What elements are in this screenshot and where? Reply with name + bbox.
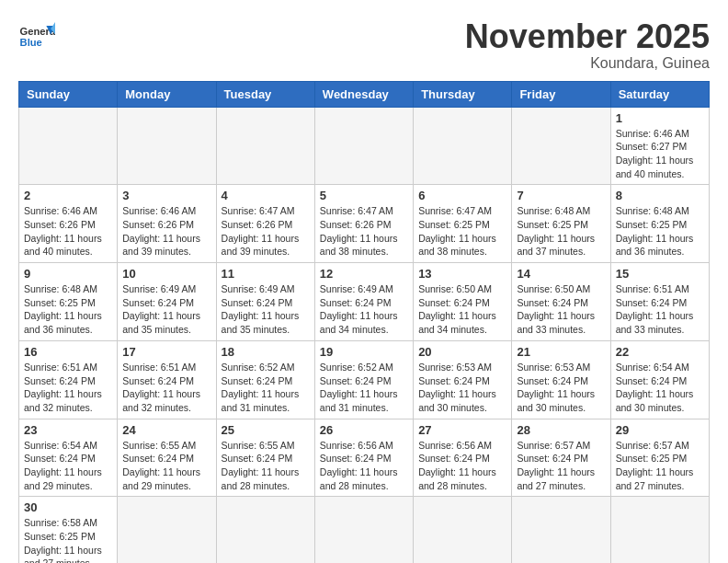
calendar-cell: [314, 107, 413, 185]
calendar-cell: 10Sunrise: 6:49 AM Sunset: 6:24 PM Dayli…: [118, 263, 216, 341]
calendar-table: SundayMondayTuesdayWednesdayThursdayFrid…: [18, 81, 710, 563]
day-number: 11: [222, 267, 310, 281]
calendar-cell: 13Sunrise: 6:50 AM Sunset: 6:24 PM Dayli…: [414, 263, 512, 341]
day-number: 23: [24, 423, 112, 437]
day-number: 16: [24, 345, 112, 359]
header-day-sunday: Sunday: [19, 81, 118, 107]
day-info: Sunrise: 6:53 AM Sunset: 6:24 PM Dayligh…: [418, 361, 506, 415]
week-row-4: 16Sunrise: 6:51 AM Sunset: 6:24 PM Dayli…: [19, 340, 710, 419]
day-info: Sunrise: 6:54 AM Sunset: 6:24 PM Dayligh…: [24, 439, 112, 493]
day-info: Sunrise: 6:47 AM Sunset: 6:26 PM Dayligh…: [320, 204, 408, 259]
svg-text:Blue: Blue: [20, 37, 42, 48]
day-number: 13: [418, 267, 506, 281]
calendar-cell: 9Sunrise: 6:48 AM Sunset: 6:25 PM Daylig…: [19, 263, 118, 341]
calendar-cell: 24Sunrise: 6:55 AM Sunset: 6:24 PM Dayli…: [118, 419, 216, 497]
week-row-3: 9Sunrise: 6:48 AM Sunset: 6:25 PM Daylig…: [19, 263, 710, 341]
location-title: Koundara, Guinea: [465, 55, 710, 72]
calendar-cell: 8Sunrise: 6:48 AM Sunset: 6:25 PM Daylig…: [610, 185, 709, 263]
day-info: Sunrise: 6:51 AM Sunset: 6:24 PM Dayligh…: [24, 361, 112, 415]
day-number: 15: [616, 267, 704, 281]
day-info: Sunrise: 6:47 AM Sunset: 6:25 PM Dayligh…: [418, 204, 506, 259]
day-info: Sunrise: 6:52 AM Sunset: 6:24 PM Dayligh…: [320, 361, 408, 415]
day-number: 20: [418, 345, 506, 359]
calendar-cell: [118, 497, 216, 563]
day-number: 14: [517, 267, 605, 281]
title-section: November 2025 Koundara, Guinea: [465, 18, 710, 72]
day-number: 1: [616, 111, 704, 125]
day-info: Sunrise: 6:56 AM Sunset: 6:24 PM Dayligh…: [418, 439, 506, 493]
week-row-1: 1Sunrise: 6:46 AM Sunset: 6:27 PM Daylig…: [19, 107, 710, 185]
calendar-cell: 22Sunrise: 6:54 AM Sunset: 6:24 PM Dayli…: [610, 340, 709, 419]
calendar-cell: [216, 107, 314, 185]
day-info: Sunrise: 6:51 AM Sunset: 6:24 PM Dayligh…: [122, 361, 210, 415]
day-info: Sunrise: 6:46 AM Sunset: 6:27 PM Dayligh…: [616, 127, 704, 181]
day-number: 4: [222, 189, 310, 202]
day-info: Sunrise: 6:55 AM Sunset: 6:24 PM Dayligh…: [222, 439, 310, 493]
day-number: 30: [24, 500, 112, 514]
day-number: 10: [122, 267, 210, 281]
calendar-cell: [414, 497, 512, 563]
calendar-cell: [414, 107, 512, 185]
calendar-cell: 6Sunrise: 6:47 AM Sunset: 6:25 PM Daylig…: [414, 185, 512, 263]
day-info: Sunrise: 6:57 AM Sunset: 6:25 PM Dayligh…: [616, 439, 704, 493]
day-info: Sunrise: 6:46 AM Sunset: 6:26 PM Dayligh…: [24, 204, 112, 259]
header-day-tuesday: Tuesday: [216, 81, 314, 107]
header-day-monday: Monday: [118, 81, 216, 107]
day-number: 21: [517, 345, 605, 359]
calendar-cell: 25Sunrise: 6:55 AM Sunset: 6:24 PM Dayli…: [216, 419, 314, 497]
calendar-cell: 7Sunrise: 6:48 AM Sunset: 6:25 PM Daylig…: [512, 185, 610, 263]
calendar-cell: 27Sunrise: 6:56 AM Sunset: 6:24 PM Dayli…: [414, 419, 512, 497]
header-day-saturday: Saturday: [610, 81, 709, 107]
day-info: Sunrise: 6:50 AM Sunset: 6:24 PM Dayligh…: [517, 282, 605, 337]
day-number: 2: [24, 189, 112, 202]
calendar-cell: [314, 497, 413, 563]
day-info: Sunrise: 6:56 AM Sunset: 6:24 PM Dayligh…: [320, 439, 408, 493]
page-header: General Blue November 2025 Koundara, Gui…: [18, 18, 710, 72]
calendar-cell: 1Sunrise: 6:46 AM Sunset: 6:27 PM Daylig…: [610, 107, 709, 185]
calendar-cell: 29Sunrise: 6:57 AM Sunset: 6:25 PM Dayli…: [610, 419, 709, 497]
calendar-cell: 17Sunrise: 6:51 AM Sunset: 6:24 PM Dayli…: [118, 340, 216, 419]
calendar-cell: [512, 107, 610, 185]
day-info: Sunrise: 6:48 AM Sunset: 6:25 PM Dayligh…: [616, 204, 704, 259]
calendar-cell: 23Sunrise: 6:54 AM Sunset: 6:24 PM Dayli…: [19, 419, 118, 497]
calendar-cell: 4Sunrise: 6:47 AM Sunset: 6:26 PM Daylig…: [216, 185, 314, 263]
day-info: Sunrise: 6:52 AM Sunset: 6:24 PM Dayligh…: [222, 361, 310, 415]
calendar-cell: 26Sunrise: 6:56 AM Sunset: 6:24 PM Dayli…: [314, 419, 413, 497]
header-day-wednesday: Wednesday: [314, 81, 413, 107]
day-info: Sunrise: 6:53 AM Sunset: 6:24 PM Dayligh…: [517, 361, 605, 415]
day-number: 6: [418, 189, 506, 202]
calendar-cell: 14Sunrise: 6:50 AM Sunset: 6:24 PM Dayli…: [512, 263, 610, 341]
calendar-cell: 3Sunrise: 6:46 AM Sunset: 6:26 PM Daylig…: [118, 185, 216, 263]
day-number: 12: [320, 267, 408, 281]
day-info: Sunrise: 6:57 AM Sunset: 6:24 PM Dayligh…: [517, 439, 605, 493]
calendar-cell: [19, 107, 118, 185]
day-number: 19: [320, 345, 408, 359]
day-info: Sunrise: 6:49 AM Sunset: 6:24 PM Dayligh…: [320, 282, 408, 337]
day-number: 7: [517, 189, 605, 202]
day-info: Sunrise: 6:48 AM Sunset: 6:25 PM Dayligh…: [24, 282, 112, 337]
day-info: Sunrise: 6:50 AM Sunset: 6:24 PM Dayligh…: [418, 282, 506, 337]
day-number: 28: [517, 423, 605, 437]
day-number: 3: [122, 189, 210, 202]
calendar-cell: 5Sunrise: 6:47 AM Sunset: 6:26 PM Daylig…: [314, 185, 413, 263]
calendar-cell: 16Sunrise: 6:51 AM Sunset: 6:24 PM Dayli…: [19, 340, 118, 419]
header-day-friday: Friday: [512, 81, 610, 107]
logo: General Blue: [18, 18, 55, 55]
week-row-5: 23Sunrise: 6:54 AM Sunset: 6:24 PM Dayli…: [19, 419, 710, 497]
month-title: November 2025: [465, 18, 710, 55]
header-row: SundayMondayTuesdayWednesdayThursdayFrid…: [19, 81, 710, 107]
calendar-cell: [118, 107, 216, 185]
calendar-cell: 20Sunrise: 6:53 AM Sunset: 6:24 PM Dayli…: [414, 340, 512, 419]
day-number: 26: [320, 423, 408, 437]
day-number: 24: [122, 423, 210, 437]
day-info: Sunrise: 6:55 AM Sunset: 6:24 PM Dayligh…: [122, 439, 210, 493]
calendar-cell: 15Sunrise: 6:51 AM Sunset: 6:24 PM Dayli…: [610, 263, 709, 341]
day-info: Sunrise: 6:46 AM Sunset: 6:26 PM Dayligh…: [122, 204, 210, 259]
day-number: 9: [24, 267, 112, 281]
calendar-cell: 21Sunrise: 6:53 AM Sunset: 6:24 PM Dayli…: [512, 340, 610, 419]
day-number: 22: [616, 345, 704, 359]
calendar-cell: 18Sunrise: 6:52 AM Sunset: 6:24 PM Dayli…: [216, 340, 314, 419]
day-info: Sunrise: 6:51 AM Sunset: 6:24 PM Dayligh…: [616, 282, 704, 337]
header-day-thursday: Thursday: [414, 81, 512, 107]
calendar-cell: 19Sunrise: 6:52 AM Sunset: 6:24 PM Dayli…: [314, 340, 413, 419]
